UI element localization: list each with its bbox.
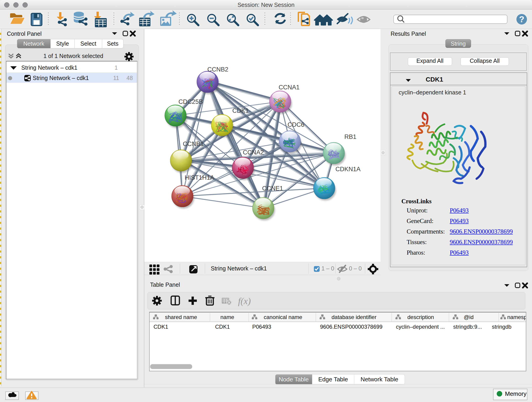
svg-text:CCNE1: CCNE1	[262, 185, 283, 192]
svg-text:CCNA1: CCNA1	[279, 84, 300, 91]
svg-text:HIST1H1A: HIST1H1A	[185, 174, 214, 181]
svg-text:CDKN1A: CDKN1A	[336, 166, 361, 172]
svg-text:CDC6: CDC6	[288, 121, 304, 128]
svg-text:RB1: RB1	[344, 133, 356, 140]
svg-text:CCNB1: CCNB1	[183, 140, 204, 147]
svg-text:CDC25B: CDC25B	[178, 98, 203, 105]
svg-text:CCNB2: CCNB2	[207, 66, 228, 73]
svg-text:CDK1: CDK1	[232, 107, 249, 114]
svg-text:CCNA2: CCNA2	[243, 149, 264, 156]
